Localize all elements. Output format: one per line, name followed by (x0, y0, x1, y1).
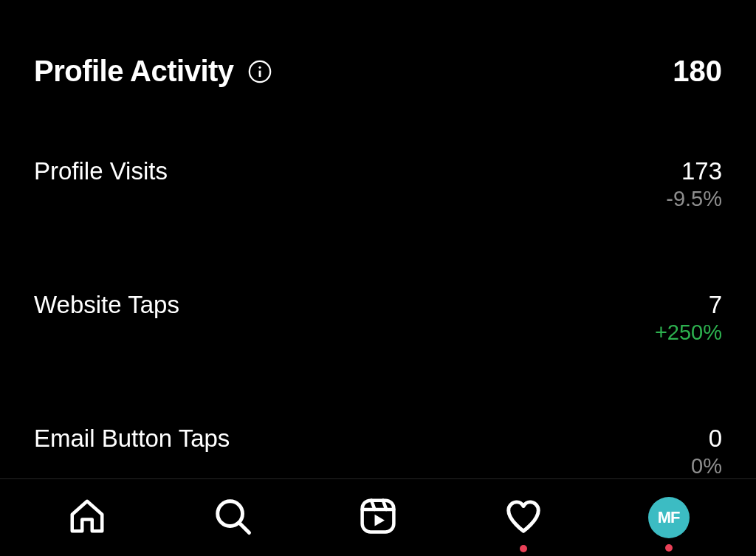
info-icon[interactable] (247, 59, 272, 84)
svg-point-1 (258, 66, 261, 68)
metric-change: +250% (655, 320, 722, 345)
svg-line-4 (240, 523, 250, 532)
metric-values: 173 -9.5% (666, 157, 722, 211)
metric-change: 0% (691, 454, 722, 478)
nav-reels[interactable] (356, 496, 400, 539)
metric-label: Email Button Taps (34, 425, 230, 453)
heart-icon (504, 496, 543, 539)
metric-values: 7 +250% (655, 291, 722, 345)
nav-search[interactable] (210, 496, 255, 539)
bottom-nav-bar: MF (0, 478, 756, 556)
metric-change: -9.5% (666, 187, 722, 211)
avatar-initials: MF (658, 508, 680, 527)
notification-dot (520, 545, 527, 552)
metric-label: Profile Visits (34, 157, 168, 185)
metric-values: 0 0% (691, 425, 722, 478)
svg-rect-5 (362, 501, 394, 532)
nav-activity[interactable] (501, 496, 546, 539)
avatar: MF (648, 497, 690, 538)
home-icon (67, 496, 107, 539)
profile-activity-section: Profile Activity 180 Profile Visits 173 … (0, 0, 756, 478)
metric-row-website-taps: Website Taps 7 +250% (34, 291, 722, 345)
search-icon (213, 496, 252, 539)
metric-row-profile-visits: Profile Visits 173 -9.5% (34, 157, 722, 211)
section-title: Profile Activity (34, 55, 234, 88)
reels-icon (358, 496, 398, 539)
header-left: Profile Activity (34, 55, 272, 88)
nav-home[interactable] (65, 496, 109, 539)
metric-value: 7 (709, 291, 722, 319)
nav-profile[interactable]: MF (647, 497, 691, 538)
header-row: Profile Activity 180 (34, 55, 722, 88)
metric-row-email-taps: Email Button Taps 0 0% (34, 425, 722, 478)
metric-label: Website Taps (34, 291, 179, 319)
metric-value: 173 (681, 157, 722, 185)
section-total-value: 180 (673, 55, 722, 88)
metric-value: 0 (709, 425, 722, 453)
